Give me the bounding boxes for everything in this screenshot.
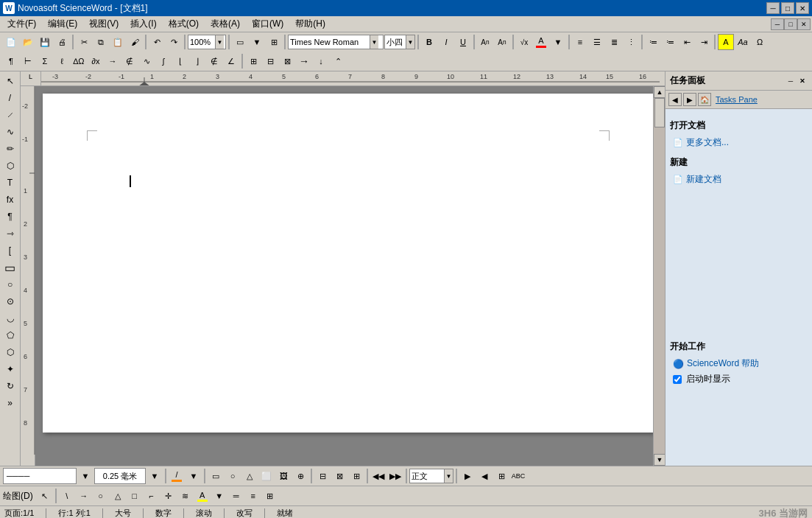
eraser-tool[interactable]: ⬡ bbox=[2, 158, 18, 174]
text-cursor[interactable] bbox=[130, 175, 131, 187]
insert-table2-button[interactable]: ⊞ bbox=[245, 53, 261, 69]
draw-dline-button[interactable]: ≡ bbox=[245, 488, 261, 504]
star-tool[interactable]: ✦ bbox=[2, 361, 18, 377]
arrow-button[interactable]: → bbox=[105, 53, 121, 69]
menu-window[interactable]: 窗口(W) bbox=[246, 16, 289, 32]
formula-draw-tool[interactable]: fx bbox=[2, 192, 18, 208]
draw-fill-button[interactable]: A bbox=[194, 488, 211, 504]
move-right-button[interactable]: → bbox=[296, 53, 312, 69]
frame-button[interactable]: ▭ bbox=[232, 34, 248, 50]
merge-cell-button[interactable]: ⊠ bbox=[279, 53, 295, 69]
inner-close-button[interactable]: ✕ bbox=[797, 18, 811, 30]
circle-tool[interactable]: ○ bbox=[2, 276, 18, 293]
angle-button[interactable]: ∠ bbox=[223, 53, 239, 69]
draw-arrow-button[interactable]: → bbox=[76, 488, 92, 504]
draw-wave-button[interactable]: ≋ bbox=[177, 488, 194, 504]
font-color-button[interactable]: A bbox=[533, 34, 549, 50]
superscript-button[interactable]: An bbox=[477, 34, 493, 50]
redo-button[interactable]: ↷ bbox=[166, 34, 182, 50]
bullet-list-button[interactable]: ≔ bbox=[645, 34, 661, 50]
para-style-arrow[interactable]: ▼ bbox=[444, 469, 453, 483]
paste-button[interactable]: 📋 bbox=[110, 34, 126, 50]
table-insert-button[interactable]: ⊟ bbox=[262, 53, 278, 69]
insert-table-button[interactable]: ⊞ bbox=[266, 34, 282, 50]
bold-button[interactable]: B bbox=[421, 34, 437, 50]
multiline-tool[interactable]: ⟋ bbox=[2, 107, 18, 123]
font-size-combo[interactable]: ▼ bbox=[384, 35, 415, 49]
justify-button[interactable]: ⋮ bbox=[623, 34, 639, 50]
font-color-dropdown[interactable]: ▼ bbox=[550, 34, 566, 50]
task-pane-resize-button[interactable]: ─ bbox=[785, 76, 796, 86]
line-tool[interactable]: / bbox=[2, 90, 18, 106]
align-left-button[interactable]: ≡ bbox=[572, 34, 588, 50]
copy-button[interactable]: ⧉ bbox=[93, 34, 109, 50]
font-name-combo[interactable]: ▼ bbox=[288, 35, 384, 49]
draw-plus-button[interactable]: ✛ bbox=[160, 488, 177, 504]
formula-button[interactable]: √x bbox=[516, 34, 532, 50]
task-pane-forward[interactable]: ▶ bbox=[683, 93, 696, 106]
draw-rect-button[interactable]: □ bbox=[127, 488, 143, 504]
hexagon-tool[interactable]: ⬡ bbox=[2, 344, 18, 360]
font-name-input[interactable] bbox=[289, 35, 370, 49]
img-btn2[interactable]: ⊕ bbox=[292, 468, 308, 484]
font-size-arrow[interactable]: ▼ bbox=[406, 35, 414, 49]
integral2-button[interactable]: ⌊ bbox=[172, 53, 188, 69]
frame-dropdown[interactable]: ▼ bbox=[249, 34, 265, 50]
move-down-button[interactable]: ↓ bbox=[313, 53, 329, 69]
not-elem-button[interactable]: ∉ bbox=[206, 53, 222, 69]
draw-hline-button[interactable]: ═ bbox=[228, 488, 244, 504]
line-color-arrow[interactable]: ▼ bbox=[186, 468, 202, 484]
undo-button[interactable]: ↶ bbox=[149, 34, 165, 50]
scienceword-help-link[interactable]: 🔵 ScienceWord 帮助 bbox=[670, 356, 808, 371]
draw-table-button[interactable]: ⊞ bbox=[262, 488, 278, 504]
new-doc-link[interactable]: 📄 新建文档 bbox=[670, 172, 808, 187]
font-name-arrow[interactable]: ▼ bbox=[370, 35, 378, 49]
menu-help[interactable]: 帮助(H) bbox=[289, 16, 331, 32]
prev-page-button[interactable]: ◀◀ bbox=[370, 468, 386, 484]
save-button[interactable]: 💾 bbox=[37, 34, 53, 50]
rect-tool[interactable]: ▭ bbox=[2, 259, 18, 276]
increase-indent-button[interactable]: ⇥ bbox=[696, 34, 712, 50]
draw-circle2-button[interactable]: ○ bbox=[93, 488, 109, 504]
menu-file[interactable]: 文件(F) bbox=[1, 16, 42, 32]
partial-button[interactable]: ∂x bbox=[88, 53, 104, 69]
tilde-v-button[interactable]: ∿ bbox=[138, 53, 155, 69]
close-button[interactable]: ✕ bbox=[796, 2, 809, 14]
floor-button[interactable]: ⌋ bbox=[189, 53, 205, 69]
text-tool[interactable]: T bbox=[2, 175, 18, 191]
task-pane-back[interactable]: ◀ bbox=[668, 93, 682, 106]
drawing-select[interactable]: ↖ bbox=[37, 488, 53, 504]
draw-fill-arrow[interactable]: ▼ bbox=[211, 488, 227, 504]
task-pane-tasks-label[interactable]: Tasks Pane bbox=[716, 95, 758, 104]
highlight-aa-button[interactable]: Aa bbox=[735, 34, 751, 50]
minimize-button[interactable]: ─ bbox=[766, 2, 780, 14]
menu-table[interactable]: 表格(A) bbox=[205, 16, 246, 32]
menu-view[interactable]: 视图(V) bbox=[83, 16, 124, 32]
cut-button[interactable]: ✂ bbox=[76, 34, 92, 50]
triangle-draw-button[interactable]: △ bbox=[241, 468, 258, 484]
indent-button[interactable]: ⊢ bbox=[20, 53, 36, 69]
line-style-arrow[interactable]: ▼ bbox=[77, 468, 93, 484]
forward-btn[interactable]: ▶ bbox=[459, 468, 476, 484]
abc-btn[interactable]: ABC bbox=[510, 468, 526, 484]
integral-button[interactable]: ∫ bbox=[155, 53, 172, 69]
numbered-list-button[interactable]: ≔ bbox=[662, 34, 678, 50]
scroll-track[interactable] bbox=[654, 98, 665, 454]
format-painter-button[interactable]: 🖌 bbox=[127, 34, 143, 50]
line-color-button[interactable]: / bbox=[169, 468, 185, 484]
inner-minimize-button[interactable]: ─ bbox=[771, 18, 784, 30]
para-mark-button[interactable]: ¶ bbox=[3, 53, 19, 69]
bracket-tool[interactable]: [ bbox=[2, 242, 18, 259]
sym-button[interactable]: ⌃ bbox=[330, 53, 346, 69]
filled-circle-tool[interactable]: ⊙ bbox=[2, 293, 18, 309]
scroll-down-button[interactable]: ▼ bbox=[654, 454, 665, 466]
line-width-arrow[interactable]: ▼ bbox=[146, 468, 163, 484]
task-pane-close-button[interactable]: ✕ bbox=[797, 76, 808, 86]
highlight-button[interactable]: A bbox=[718, 34, 734, 50]
scroll-thumb[interactable] bbox=[654, 98, 665, 127]
circle-draw-button[interactable]: ○ bbox=[225, 468, 241, 484]
line-style-select[interactable]: ──── bbox=[3, 468, 77, 484]
para-style-combo[interactable]: ▼ bbox=[409, 469, 453, 483]
arc-tool[interactable]: ◡ bbox=[2, 310, 18, 326]
draw-bracket2-button[interactable]: ⌐ bbox=[144, 488, 160, 504]
